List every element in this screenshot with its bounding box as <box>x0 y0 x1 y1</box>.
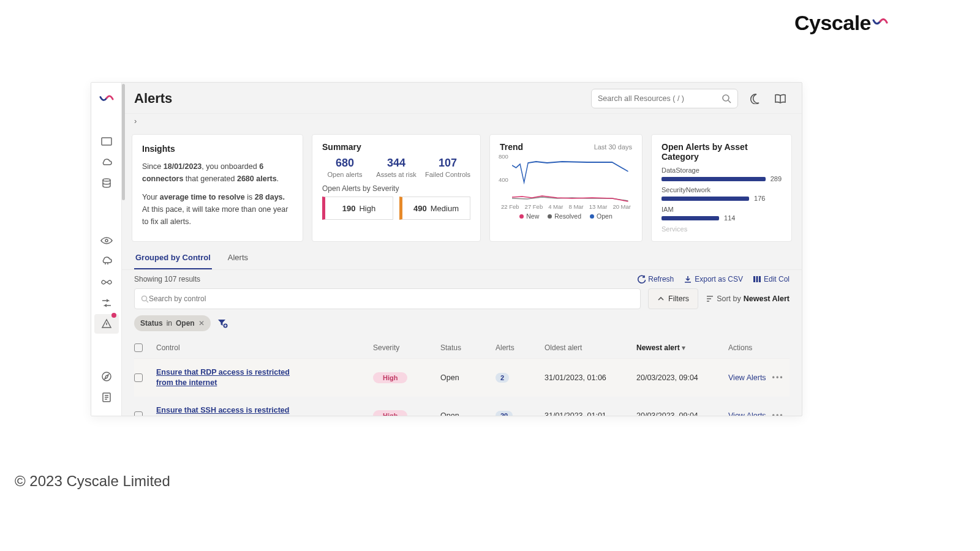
table-row: Ensure that RDP access is restricted fro… <box>134 359 790 397</box>
col-severity[interactable]: Severity <box>373 343 440 352</box>
control-search-input[interactable] <box>149 294 634 303</box>
severity-medium-pill[interactable]: 490Medium <box>399 197 470 220</box>
severity-high-pill[interactable]: 190High <box>322 197 393 220</box>
byasset-card: Open Alerts by Asset Category DataStorag… <box>651 134 792 242</box>
asset-bar <box>662 177 766 181</box>
summary-card: Summary 680 Open alerts 344 Assets at ri… <box>312 134 481 242</box>
trend-range: Last 30 days <box>594 143 632 151</box>
summary-failed-value: 107 <box>425 157 470 170</box>
nav-alerts[interactable] <box>94 314 119 334</box>
newest-cell: 20/03/2023, 09:04 <box>636 373 728 382</box>
nav-compass[interactable] <box>94 367 119 386</box>
moon-icon <box>749 93 760 104</box>
nav-cloud-secure[interactable] <box>94 252 119 271</box>
cards-row: Insights Since 18/01/2023, you onboarded… <box>122 128 802 247</box>
severity-subtitle: Open Alerts by Severity <box>322 184 470 193</box>
summary-failed-label: Failed Controls <box>425 171 470 178</box>
summary-open: 680 Open alerts <box>322 157 368 178</box>
edit-columns-button[interactable]: Edit Col <box>753 275 790 283</box>
asset-row: DataStorage 289 <box>662 167 782 182</box>
trend-legend: New Resolved Open <box>500 212 632 220</box>
copyright-text: © 2023 Cyscale Limited <box>15 473 170 490</box>
table-toolbar: Showing 107 results Refresh Export as CS… <box>122 270 802 285</box>
page-title: Alerts <box>134 91 584 107</box>
nav-visibility[interactable] <box>94 231 119 250</box>
nav-infinity[interactable] <box>94 272 119 292</box>
theme-toggle-button[interactable] <box>745 89 764 108</box>
export-csv-button[interactable]: Export as CSV <box>684 275 743 283</box>
global-search[interactable] <box>591 89 738 108</box>
insights-line2: Your average time to resolve is 28 days.… <box>142 191 293 228</box>
nav-cloud[interactable] <box>94 152 119 172</box>
col-control[interactable]: Control <box>156 343 373 352</box>
main-area: Alerts › Insights Since 18/01/2023, you … <box>122 83 802 416</box>
control-link[interactable]: Ensure that RDP access is restricted fro… <box>156 367 303 388</box>
oldest-cell: 31/01/2023, 01:01 <box>545 411 636 416</box>
docs-button[interactable] <box>771 89 790 108</box>
svg-rect-7 <box>756 276 758 282</box>
control-link[interactable]: Ensure that SSH access is restricted fro… <box>156 405 303 416</box>
sort-icon <box>706 295 714 302</box>
col-status[interactable]: Status <box>440 343 496 352</box>
search-icon <box>141 295 149 303</box>
insights-title: Insights <box>142 142 293 156</box>
trend-ytick-mid: 400 <box>499 176 508 183</box>
svg-point-2 <box>105 239 108 242</box>
byasset-more: Services <box>662 225 782 233</box>
controls-table: Control Severity Status Alerts Oldest al… <box>122 337 802 416</box>
col-newest[interactable]: Newest alert ▾ <box>636 343 728 352</box>
legend-resolved-dot-icon <box>548 214 552 219</box>
severity-badge: High <box>373 372 407 383</box>
nav-reports[interactable] <box>94 388 119 407</box>
col-oldest[interactable]: Oldest alert <box>545 343 636 352</box>
nav-flows[interactable] <box>94 293 119 313</box>
book-icon <box>774 93 786 104</box>
trend-title: Trend <box>500 142 523 152</box>
nav-dashboard[interactable] <box>94 132 119 151</box>
summary-risk-value: 344 <box>374 157 419 170</box>
table-row: Ensure that SSH access is restricted fro… <box>134 397 790 416</box>
asset-row: IAM 114 <box>662 206 782 222</box>
svg-point-1 <box>103 179 110 181</box>
row-more-icon[interactable]: ••• <box>772 411 784 416</box>
app-window: Alerts › Insights Since 18/01/2023, you … <box>91 82 802 416</box>
breadcrumb[interactable]: › <box>122 114 802 128</box>
trend-ytick-top: 800 <box>499 153 508 160</box>
add-filter-icon[interactable] <box>217 318 228 328</box>
filter-chip-status[interactable]: Status in Open ✕ <box>134 315 211 331</box>
chip-remove-icon[interactable]: ✕ <box>198 319 205 328</box>
summary-risk: 344 Assets at risk <box>374 157 419 178</box>
view-alerts-link[interactable]: View Alerts <box>728 373 766 382</box>
tab-alerts[interactable]: Alerts <box>227 247 249 269</box>
asset-name: SecurityNetwork <box>662 186 782 193</box>
select-all-checkbox[interactable] <box>134 343 143 352</box>
sort-control[interactable]: Sort by Newest Alert <box>706 294 790 303</box>
asset-bar <box>662 197 749 201</box>
app-logo-icon[interactable] <box>99 92 114 107</box>
row-checkbox[interactable] <box>134 411 143 416</box>
nav-alerts-badge-dot <box>111 313 116 318</box>
col-actions: Actions <box>728 343 790 352</box>
refresh-button[interactable]: Refresh <box>637 275 674 283</box>
asset-row: SecurityNetwork 176 <box>662 186 782 202</box>
filters-button[interactable]: Filters <box>648 288 698 309</box>
col-alerts[interactable]: Alerts <box>496 343 545 352</box>
asset-value: 289 <box>771 175 782 182</box>
view-alerts-link[interactable]: View Alerts <box>728 411 766 416</box>
search-icon <box>722 94 731 103</box>
results-count: Showing 107 results <box>134 275 200 283</box>
summary-title: Summary <box>322 142 470 152</box>
tab-grouped-by-control[interactable]: Grouped by Control <box>134 247 212 269</box>
filter-row: Filters Sort by Newest Alert <box>122 285 802 313</box>
svg-rect-6 <box>753 276 755 282</box>
control-search[interactable] <box>134 288 641 309</box>
severity-badge: High <box>373 410 407 416</box>
nav-data[interactable] <box>94 173 119 193</box>
summary-open-value: 680 <box>322 157 368 170</box>
scrollbar[interactable] <box>122 84 125 200</box>
chevron-up-icon <box>657 295 665 302</box>
row-checkbox[interactable] <box>134 373 143 382</box>
row-more-icon[interactable]: ••• <box>772 373 784 382</box>
global-search-input[interactable] <box>598 94 722 103</box>
asset-name: IAM <box>662 206 782 213</box>
